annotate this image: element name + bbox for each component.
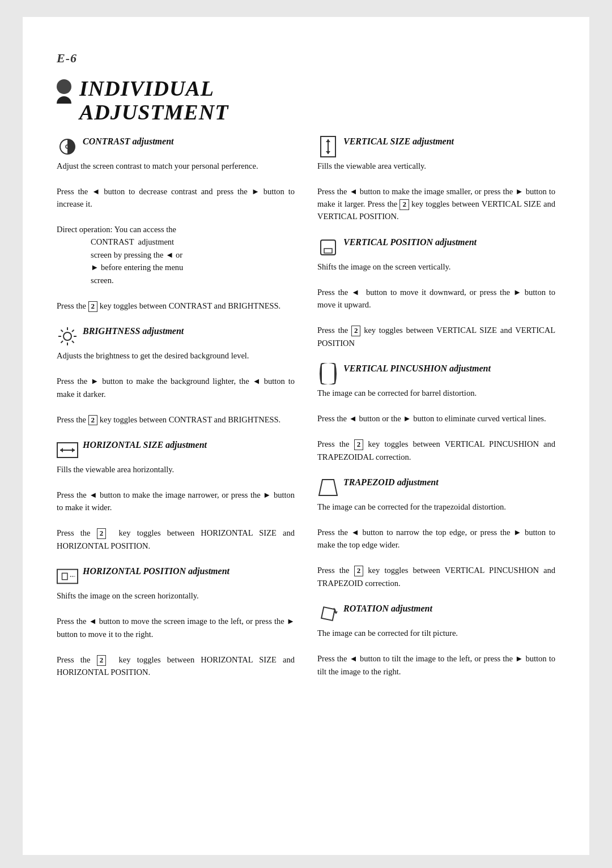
section-trapezoid-header: TRAPEZOID adjustment	[317, 477, 555, 498]
section-horizontal-position-header: HORIZONTAL POSITION adjustment	[57, 566, 295, 587]
svg-rect-25	[321, 607, 335, 621]
svg-line-7	[61, 330, 63, 332]
svg-rect-23	[324, 249, 332, 253]
section-contrast: CONTRAST adjustment Adjust the screen co…	[57, 136, 295, 313]
svg-point-2	[63, 332, 71, 340]
section-horizontal-size: HORIZONTAL SIZE adjustment Fills the vie…	[57, 439, 295, 552]
content-columns: CONTRAST adjustment Adjust the screen co…	[57, 136, 555, 692]
svg-marker-20	[326, 139, 330, 142]
main-title: INDIVIDUAL ADJUSTMENT	[57, 77, 555, 125]
vert-pos-body: Shifts the image on the screen verticall…	[317, 260, 555, 349]
left-column: CONTRAST adjustment Adjust the screen co…	[57, 136, 295, 692]
svg-line-9	[72, 330, 74, 332]
svg-line-8	[72, 341, 74, 343]
section-trapezoid: TRAPEZOID adjustment The image can be co…	[317, 477, 555, 589]
section-horizontal-position: HORIZONTAL POSITION adjustment Shifts th…	[57, 566, 295, 678]
section-vertical-pincushion-header: VERTICAL PINCUSHION adjustment	[317, 363, 555, 384]
svg-marker-21	[326, 151, 330, 154]
horiz-size-body: Fills the viewable area horizontally. Pr…	[57, 463, 295, 552]
svg-line-10	[61, 341, 63, 343]
rotation-body: The image can be corrected for tilt pict…	[317, 627, 555, 678]
title-bullet-top	[57, 79, 71, 94]
section-brightness-header: BRIGHTNESS adjustment	[57, 326, 295, 347]
vert-pin-body: The image can be corrected for barrel di…	[317, 387, 555, 463]
vert-pin-title: VERTICAL PINCUSHION adjustment	[343, 363, 491, 375]
page-label: E-6	[57, 51, 555, 66]
svg-rect-22	[321, 240, 335, 255]
vert-size-title: VERTICAL SIZE adjustment	[343, 136, 454, 148]
svg-marker-24	[319, 480, 337, 495]
contrast-body: Adjust the screen contrast to match your…	[57, 160, 295, 313]
trapezoid-title: TRAPEZOID adjustment	[343, 477, 439, 489]
section-rotation: ROTATION adjustment The image can be cor…	[317, 603, 555, 678]
section-rotation-header: ROTATION adjustment	[317, 603, 555, 625]
section-contrast-header: CONTRAST adjustment	[57, 136, 295, 157]
svg-marker-14	[72, 448, 75, 452]
brightness-body: Adjusts the brightness to get the desire…	[57, 349, 295, 426]
brightness-title: BRIGHTNESS adjustment	[83, 326, 184, 337]
trapezoid-body: The image can be corrected for the trape…	[317, 501, 555, 589]
vert-size-body: Fills the viewable area vertically. Pres…	[317, 160, 555, 223]
title-bullet-bottom	[57, 96, 71, 104]
horiz-pos-title: HORIZONTAL POSITION adjustment	[83, 566, 230, 578]
rotation-title: ROTATION adjustment	[343, 603, 432, 615]
brightness-icon	[57, 326, 78, 347]
horiz-pos-body: Shifts the image on the screen horizonta…	[57, 589, 295, 678]
section-horizontal-size-header: HORIZONTAL SIZE adjustment	[57, 439, 295, 461]
rotation-icon	[317, 603, 339, 625]
section-vertical-position: VERTICAL POSITION adjustment Shifts the …	[317, 237, 555, 349]
title-text: INDIVIDUAL ADJUSTMENT	[79, 77, 228, 125]
contrast-icon	[57, 136, 78, 157]
title-line1: INDIVIDUAL	[79, 77, 228, 101]
svg-marker-13	[60, 448, 63, 452]
vert-pos-title: VERTICAL POSITION adjustment	[343, 237, 477, 249]
section-vertical-size: VERTICAL SIZE adjustment Fills the viewa…	[317, 136, 555, 223]
section-vertical-size-header: VERTICAL SIZE adjustment	[317, 136, 555, 157]
section-brightness: BRIGHTNESS adjustment Adjusts the bright…	[57, 326, 295, 426]
vert-size-icon	[317, 136, 339, 157]
section-vertical-position-header: VERTICAL POSITION adjustment	[317, 237, 555, 258]
vert-pin-icon	[317, 363, 339, 384]
section-vertical-pincushion: VERTICAL PINCUSHION adjustment The image…	[317, 363, 555, 463]
trapezoid-icon	[317, 477, 339, 498]
svg-rect-16	[62, 574, 68, 580]
title-line2: ADJUSTMENT	[79, 101, 228, 125]
horiz-pos-icon	[57, 566, 78, 587]
page: E-6 INDIVIDUAL ADJUSTMENT	[23, 17, 589, 855]
contrast-title: CONTRAST adjustment	[83, 136, 173, 148]
horiz-size-title: HORIZONTAL SIZE adjustment	[83, 439, 207, 451]
horiz-size-icon	[57, 439, 78, 461]
vert-pos-icon	[317, 237, 339, 258]
right-column: VERTICAL SIZE adjustment Fills the viewa…	[317, 136, 555, 692]
